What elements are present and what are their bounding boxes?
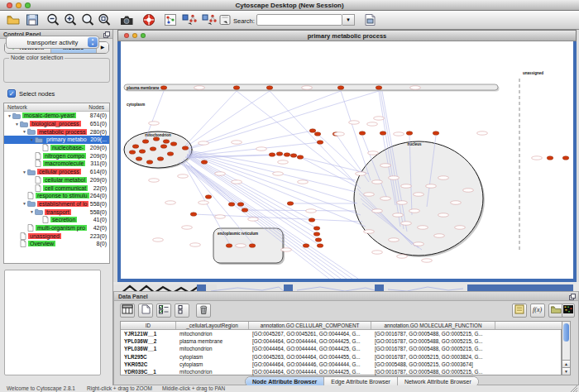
graph-node-label[interactable] — [236, 244, 246, 247]
expand-triangle-icon[interactable]: ▼ — [22, 170, 27, 174]
graph-node-label[interactable] — [438, 176, 449, 179]
table-cell[interactable]: plasma membrane — [176, 337, 249, 345]
graph-node-label[interactable] — [149, 122, 160, 125]
graph-node[interactable] — [380, 131, 386, 136]
tree-row[interactable]: nitrogen compo209(0) — [4, 151, 109, 160]
search-input[interactable] — [256, 14, 342, 26]
graph-node[interactable] — [201, 160, 208, 165]
import-network-icon[interactable] — [217, 12, 233, 28]
scroll-down-icon[interactable]: ▼ — [562, 367, 570, 375]
graph-node-label[interactable] — [372, 209, 383, 213]
graph-node-label[interactable] — [165, 201, 176, 204]
graph-node-label[interactable] — [389, 238, 400, 241]
table-cell[interactable] — [495, 337, 562, 345]
graph-node[interactable] — [359, 131, 366, 136]
graph-node[interactable] — [337, 86, 344, 90]
table-scrollbar[interactable]: ▲ ▼ — [562, 321, 571, 375]
graph-node[interactable] — [132, 145, 139, 149]
graph-node[interactable] — [242, 208, 248, 213]
table-cell[interactable]: [GO:0016787, GO:0005488, GO:0005215, G..… — [371, 345, 495, 352]
graph-node-label[interactable] — [190, 243, 201, 246]
graph-node-label[interactable] — [401, 184, 412, 188]
graph-node-label[interactable] — [199, 141, 209, 145]
graph-node-label[interactable] — [463, 189, 474, 192]
graph-node-label[interactable] — [281, 248, 292, 251]
open-file-icon[interactable] — [5, 12, 22, 28]
table-row[interactable]: YKR052Ccytoplasm[GO:0044464, GO:0044446,… — [121, 361, 561, 368]
table-cell[interactable]: YDR039C__1 — [121, 368, 176, 375]
table-cell[interactable]: [GO:0044464, GO:0044446, GO:0044444, G..… — [249, 361, 371, 368]
table-cell[interactable]: YJR121W__1 — [121, 330, 176, 337]
table-cell[interactable]: mitochondrion — [176, 330, 249, 337]
graph-node[interactable] — [297, 155, 304, 160]
graph-node-label[interactable] — [232, 180, 242, 184]
table-cell[interactable]: [GO:0016787, GO:0005488, GO:0005215, G..… — [371, 337, 495, 345]
snapshot-camera-icon[interactable] — [118, 12, 135, 28]
graph-node-label[interactable] — [248, 218, 259, 221]
nucleus-region[interactable] — [354, 141, 483, 256]
table-cell[interactable]: [GO:0016787, GO:0005488, GO:0005215, G..… — [371, 368, 495, 375]
resize-grip[interactable] — [571, 385, 578, 392]
table-cell[interactable] — [495, 345, 562, 352]
table-row[interactable]: YLR295Ccytoplasm[GO:0045263, GO:0044464,… — [121, 353, 561, 361]
table-column-header[interactable]: _cellularLayoutRegion — [176, 322, 249, 329]
table-column-header[interactable]: annotation.GO MOLECULAR_FUNCTION — [371, 322, 495, 329]
graph-node-label[interactable] — [401, 222, 412, 225]
tree-row[interactable]: secretion41(0) — [4, 216, 109, 224]
save-icon[interactable] — [24, 12, 41, 28]
table-cell[interactable]: YPL036W__2 — [121, 337, 176, 345]
graph-node[interactable] — [136, 157, 142, 161]
graph-node-label[interactable] — [302, 86, 313, 89]
tree-row[interactable]: ▼biological_process651(0) — [4, 120, 109, 128]
graph-node-label[interactable] — [389, 176, 400, 179]
graph-node-label[interactable] — [372, 180, 383, 184]
graph-node[interactable] — [290, 154, 297, 158]
table-cell[interactable]: [GO:0016787, GO:0005488, GO:0005215, G..… — [371, 330, 495, 337]
graph-node-label[interactable] — [153, 238, 164, 241]
expand-triangle-icon[interactable]: ▼ — [29, 209, 35, 214]
tree-row[interactable]: macromolecule311(0) — [4, 160, 109, 168]
graph-node[interactable] — [146, 160, 153, 165]
graph-node[interactable] — [153, 137, 160, 141]
graph-node[interactable] — [163, 140, 170, 144]
matrix-view-icon[interactable] — [562, 304, 575, 318]
graph-node-label[interactable] — [409, 209, 420, 213]
graph-node-label[interactable] — [278, 160, 289, 164]
graph-node[interactable] — [142, 140, 149, 144]
node-color-dropdown[interactable]: transporter activity ▲▼ — [6, 36, 99, 49]
help-lifering-icon[interactable] — [141, 12, 157, 28]
search-dropdown-button[interactable]: ▾ — [342, 14, 355, 26]
tree-row[interactable]: cellular metabol209(0) — [4, 176, 109, 184]
graph-node-label[interactable] — [374, 117, 385, 120]
table-cell[interactable] — [495, 330, 562, 337]
graph-node[interactable] — [303, 244, 309, 248]
expand-triangle-icon[interactable]: ▼ — [22, 129, 27, 134]
graph-node[interactable] — [266, 86, 273, 90]
tree-row[interactable]: ▼mosaic-demo-yeast874(0) — [4, 112, 109, 120]
expand-triangle-icon[interactable]: ▼ — [22, 201, 27, 206]
graph-node-label[interactable] — [397, 255, 408, 258]
graph-node-label[interactable] — [455, 226, 466, 229]
float-window-icon[interactable] — [569, 294, 576, 303]
graph-node-label[interactable] — [410, 86, 421, 89]
graph-node-label[interactable] — [356, 172, 366, 175]
graph-node[interactable] — [284, 153, 290, 157]
table-column-header[interactable]: ID — [121, 322, 176, 329]
graph-node-label[interactable] — [334, 132, 345, 136]
unselect-attributes-icon[interactable] — [175, 304, 189, 318]
graph-node-label[interactable] — [298, 180, 309, 184]
table-row[interactable]: YJR121W__1mitochondrion[GO:0045267, GO:0… — [121, 330, 561, 337]
graph-node[interactable] — [160, 86, 167, 90]
graph-node[interactable] — [182, 146, 189, 151]
graph-node[interactable] — [170, 142, 177, 146]
graph-node-label[interactable] — [306, 209, 317, 213]
graph-node[interactable] — [433, 131, 439, 136]
graph-node-label[interactable] — [368, 151, 379, 155]
graph-node-label[interactable] — [215, 215, 226, 218]
graph-node-label[interactable] — [178, 174, 189, 178]
graph-node-label[interactable] — [273, 172, 284, 175]
table-cell[interactable]: [GO:0044464, GO:0044444, GO:0044425, G..… — [249, 337, 371, 345]
table-cell[interactable]: mitochondrion — [176, 345, 249, 352]
graph-node-label[interactable] — [532, 156, 543, 160]
graph-node[interactable] — [157, 157, 164, 161]
